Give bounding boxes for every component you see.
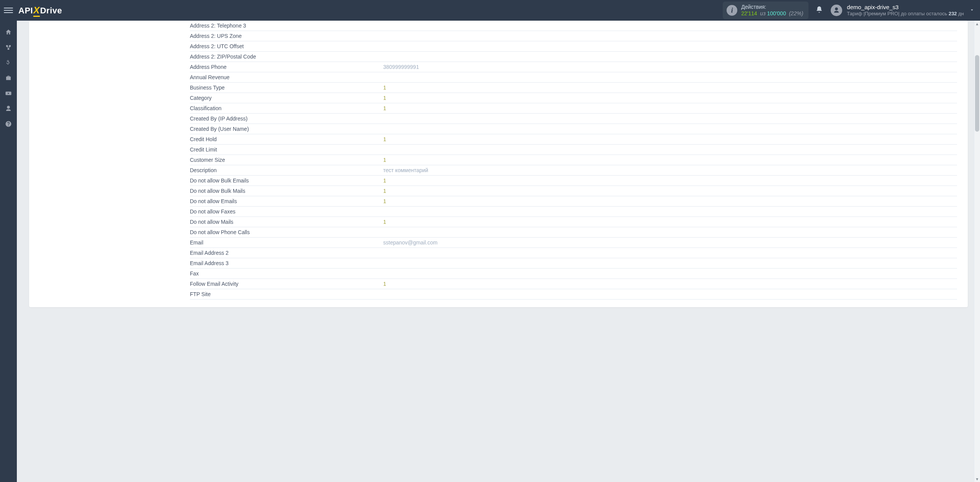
field-value: 1 [383, 105, 957, 111]
field-label: Address 2: UTC Offset [190, 43, 383, 49]
field-value: 1 [383, 198, 957, 204]
field-row: Address 2: UPS Zone [190, 31, 957, 41]
sidebar-item-home[interactable] [0, 24, 17, 40]
chevron-down-icon[interactable] [969, 7, 975, 14]
field-label: Fax [190, 270, 383, 277]
field-row: Email Address 2 [190, 248, 957, 258]
notifications-button[interactable] [815, 6, 823, 15]
field-row: Created By (User Name) [190, 124, 957, 134]
field-row: Do not allow Emails1 [190, 196, 957, 207]
field-label: Description [190, 167, 383, 173]
card: Address 2: Telephone 3Address 2: UPS Zon… [29, 21, 968, 307]
field-label: Do not allow Mails [190, 219, 383, 225]
avatar-icon [831, 5, 842, 16]
field-label: Created By (IP Address) [190, 116, 383, 122]
field-label: Do not allow Faxes [190, 208, 383, 215]
field-label: Do not allow Emails [190, 198, 383, 204]
field-row: Descriptionтест комментарий [190, 165, 957, 176]
field-label: Created By (User Name) [190, 126, 383, 132]
field-row: Credit Limit [190, 145, 957, 155]
logo-text-drive: Drive [40, 6, 62, 16]
field-row: FTP Site [190, 289, 957, 300]
field-row: Do not allow Phone Calls [190, 227, 957, 238]
field-label: Follow Email Activity [190, 281, 383, 287]
field-value: тест комментарий [383, 167, 957, 173]
field-value: 1 [383, 188, 957, 194]
sidebar-item-billing[interactable] [0, 55, 17, 70]
field-row: Do not allow Bulk Mails1 [190, 186, 957, 196]
actions-counter[interactable]: i Действия: 22'114 из 100'000 (22%) [723, 2, 808, 19]
actions-text: Действия: 22'114 из 100'000 (22%) [741, 4, 803, 17]
actions-label: Действия: [741, 4, 803, 10]
field-value: 1 [383, 95, 957, 101]
user-menu[interactable]: demo_apix-drive_s3 Тариф |Премиум PRO| д… [831, 3, 964, 17]
menu-toggle-button[interactable] [4, 6, 13, 15]
field-label: Credit Hold [190, 136, 383, 142]
field-row: Do not allow Bulk Emails1 [190, 176, 957, 186]
field-row: Credit Hold1 [190, 134, 957, 145]
scrollbar-thumb[interactable] [975, 55, 979, 132]
scroll-up-icon[interactable]: ▲ [974, 21, 980, 27]
logo-text-x: X [33, 5, 40, 16]
field-label: Address Phone [190, 64, 383, 70]
field-row: Annual Revenue [190, 72, 957, 83]
header: APIXDrive i Действия: 22'114 из 100'000 … [0, 0, 980, 21]
field-row: Business Type1 [190, 83, 957, 93]
field-row: Do not allow Faxes [190, 207, 957, 217]
field-row: Classification1 [190, 103, 957, 114]
field-label: Address 2: UPS Zone [190, 33, 383, 39]
field-label: Customer Size [190, 157, 383, 163]
field-value: 1 [383, 219, 957, 225]
field-label: Address 2: Telephone 3 [190, 23, 383, 29]
field-row: Address 2: UTC Offset [190, 41, 957, 52]
content: Address 2: Telephone 3Address 2: UPS Zon… [17, 21, 980, 316]
field-label: Email Address 2 [190, 250, 383, 256]
user-text: demo_apix-drive_s3 Тариф |Премиум PRO| д… [847, 3, 964, 17]
field-value: sstepanov@gmail.com [383, 239, 957, 246]
field-value: 1 [383, 177, 957, 184]
field-label: Business Type [190, 85, 383, 91]
field-label: Annual Revenue [190, 74, 383, 80]
tariff-line: Тариф |Премиум PRO| до оплаты осталось 2… [847, 11, 964, 17]
field-row: Follow Email Activity1 [190, 279, 957, 289]
logo[interactable]: APIXDrive [18, 5, 62, 16]
sidebar-item-connections[interactable] [0, 40, 17, 55]
sidebar [0, 21, 17, 316]
sidebar-item-youtube[interactable] [0, 86, 17, 101]
field-label: Email [190, 239, 383, 246]
logo-text-api: API [18, 6, 33, 16]
field-value: 1 [383, 136, 957, 142]
field-label: Classification [190, 105, 383, 111]
field-label: Do not allow Bulk Emails [190, 177, 383, 184]
field-row: Address 2: ZIP/Postal Code [190, 52, 957, 62]
fields-list: Address 2: Telephone 3Address 2: UPS Zon… [29, 21, 968, 307]
field-row: Address Phone380999999991 [190, 62, 957, 72]
field-label: Credit Limit [190, 147, 383, 153]
field-row: Fax [190, 269, 957, 279]
field-label: FTP Site [190, 291, 383, 297]
field-label: Email Address 3 [190, 260, 383, 266]
sidebar-item-profile[interactable] [0, 101, 17, 116]
sidebar-item-help[interactable] [0, 116, 17, 132]
field-row: Customer Size1 [190, 155, 957, 165]
username: demo_apix-drive_s3 [847, 3, 964, 11]
sidebar-item-briefcase[interactable] [0, 70, 17, 86]
info-icon: i [727, 5, 737, 16]
scrollbar[interactable]: ▲ ▼ [974, 21, 980, 316]
field-value: 1 [383, 157, 957, 163]
field-label: Category [190, 95, 383, 101]
field-label: Do not allow Phone Calls [190, 229, 383, 235]
field-row: Do not allow Mails1 [190, 217, 957, 227]
field-row: Category1 [190, 93, 957, 103]
field-row: Emailsstepanov@gmail.com [190, 238, 957, 248]
field-row: Address 2: Telephone 3 [190, 21, 957, 31]
field-label: Do not allow Bulk Mails [190, 188, 383, 194]
field-label: Address 2: ZIP/Postal Code [190, 54, 383, 60]
field-row: Created By (IP Address) [190, 114, 957, 124]
field-value: 1 [383, 85, 957, 91]
actions-numbers: 22'114 из 100'000 (22%) [741, 10, 803, 17]
field-value: 1 [383, 281, 957, 287]
field-value: 380999999991 [383, 64, 957, 70]
field-row: Email Address 3 [190, 258, 957, 269]
